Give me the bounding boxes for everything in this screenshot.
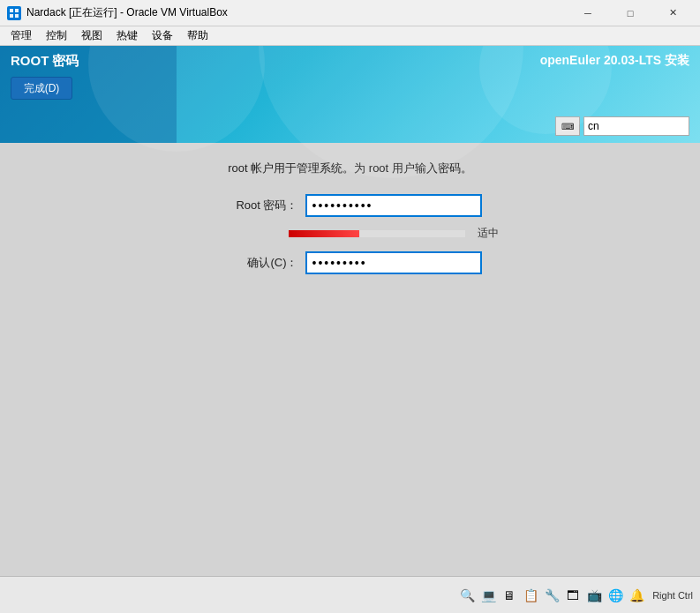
maximize-button[interactable]: □ [610, 0, 651, 26]
root-password-row: Root 密码： [0, 194, 700, 217]
close-button[interactable]: ✕ [652, 0, 693, 26]
svg-rect-1 [15, 9, 19, 12]
confirm-password-input[interactable] [305, 251, 482, 274]
strength-bar [289, 230, 359, 237]
vm-content: ROOT 密码 完成(D) openEuler 20.03-LTS 安装 ⌨ r… [0, 46, 700, 594]
menu-view[interactable]: 视图 [74, 26, 109, 45]
strength-label: 适中 [478, 226, 499, 241]
taskbar-icon-5[interactable]: 🔧 [543, 587, 561, 604]
menu-manage[interactable]: 管理 [4, 26, 39, 45]
vm-header: ROOT 密码 完成(D) openEuler 20.03-LTS 安装 ⌨ [0, 46, 700, 143]
root-password-input[interactable] [305, 194, 482, 217]
svg-rect-3 [15, 14, 19, 18]
menu-hotkey[interactable]: 热键 [109, 26, 145, 45]
taskbar: 🔍 💻 🖥 📋 🔧 🗔 📺 🌐 🔔 Right Ctrl [0, 576, 700, 613]
taskbar-icon-9[interactable]: 🔔 [628, 587, 645, 604]
language-input[interactable] [583, 116, 689, 136]
svg-rect-2 [10, 14, 13, 18]
taskbar-icon-4[interactable]: 📋 [522, 587, 539, 604]
right-ctrl-label: Right Ctrl [652, 590, 693, 601]
confirm-password-row: 确认(C)： [0, 251, 700, 274]
strength-row: 适中 [0, 226, 700, 241]
done-button[interactable]: 完成(D) [11, 77, 72, 100]
taskbar-icon-3[interactable]: 🖥 [501, 587, 518, 604]
menu-bar: 管理 控制 视图 热键 设备 帮助 [0, 26, 700, 46]
menu-device[interactable]: 设备 [145, 26, 180, 45]
taskbar-icon-7[interactable]: 📺 [585, 587, 603, 604]
minimize-button[interactable]: ─ [568, 0, 608, 26]
root-password-label: Root 密码： [219, 198, 298, 213]
menu-control[interactable]: 控制 [39, 26, 74, 45]
menu-help[interactable]: 帮助 [180, 26, 215, 45]
app-icon [7, 6, 21, 20]
taskbar-icon-2[interactable]: 💻 [479, 587, 497, 604]
window-controls: ─ □ ✕ [568, 0, 693, 26]
title-bar: Nardack [正在运行] - Oracle VM VirtualBox ─ … [0, 0, 700, 26]
taskbar-icon-1[interactable]: 🔍 [458, 587, 476, 604]
svg-rect-0 [10, 9, 13, 12]
strength-bar-container [289, 230, 465, 237]
window-title: Nardack [正在运行] - Oracle VM VirtualBox [26, 5, 568, 20]
vm-form-area: root 帐户用于管理系统。为 root 用户输入密码。 Root 密码： 适中… [0, 143, 700, 593]
confirm-password-label: 确认(C)： [219, 255, 298, 271]
taskbar-icon-8[interactable]: 🌐 [606, 587, 624, 604]
taskbar-icon-6[interactable]: 🗔 [564, 587, 582, 604]
